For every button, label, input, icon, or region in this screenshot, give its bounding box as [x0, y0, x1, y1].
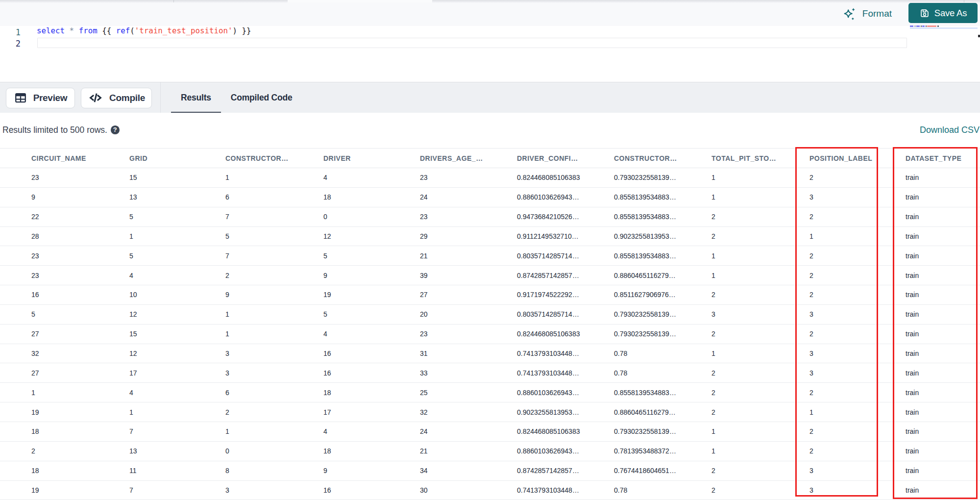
table-cell: 2 [225, 272, 323, 279]
table-cell: 1 [31, 389, 129, 397]
editor-toolbar: Format Save As [0, 2, 980, 26]
table-cell: 0.7930232558139… [614, 310, 711, 318]
table-cell: 2 [711, 408, 809, 416]
compile-button[interactable]: Compile [81, 88, 152, 108]
table-cell: 1 [711, 252, 809, 260]
table-cell: 0.7930232558139… [614, 427, 711, 435]
table-cell: 3 [225, 350, 323, 357]
table-cell: train [906, 350, 980, 357]
help-icon[interactable]: ? [111, 125, 120, 134]
table-cell: 1 [711, 350, 809, 357]
table-cell: 0.7930232558139… [614, 330, 711, 338]
table-cell: 0.8860103626943… [517, 193, 614, 201]
table-cell: 0.8860465116279… [614, 272, 711, 279]
column-header[interactable]: POSITION_LABEL [809, 154, 906, 162]
table-cell: 0.7413793103448… [517, 486, 614, 494]
table-body: 231514230.8244680851063830.7930232558139… [0, 168, 980, 500]
table-cell: 1 [225, 330, 323, 338]
table-cell: 0.9023255813953… [517, 408, 614, 416]
column-header[interactable]: CONSTRUCTOR… [614, 154, 711, 162]
column-header[interactable]: GRID [129, 154, 225, 162]
table-cell: 27 [31, 369, 129, 377]
table-cell: 17 [323, 408, 420, 416]
table-cell: 27 [420, 291, 517, 299]
table-cell: 5 [225, 232, 323, 240]
table-cell: 0.8558139534883… [614, 213, 711, 221]
table-cell: 15 [129, 330, 225, 338]
table-cell: 2 [711, 291, 809, 299]
table-row: 18714240.8244680851063830.7930232558139…… [0, 422, 980, 442]
table-cell: 9 [31, 193, 129, 201]
table-cell: 7 [225, 213, 323, 221]
table-cell: 3 [809, 350, 906, 357]
column-header[interactable]: DRIVER_CONFI… [517, 154, 614, 162]
table-cell: 2 [809, 389, 906, 397]
table-row: 22570230.9473684210526…0.8558139534883…2… [0, 207, 980, 227]
table-cell: 0.8558139534883… [614, 193, 711, 201]
table-cell: 16 [323, 369, 420, 377]
table-cell: 3 [711, 310, 809, 318]
table-cell: 3 [225, 486, 323, 494]
sparkles-icon [843, 6, 857, 22]
column-header[interactable]: DRIVERS_AGE_… [420, 154, 517, 162]
format-label: Format [862, 8, 892, 19]
table-cell: 15 [129, 174, 225, 181]
table-cell: 0.824468085106383 [517, 174, 614, 181]
table-row: 271514230.8244680851063830.7930232558139… [0, 325, 980, 344]
line-number: 2 [0, 38, 21, 50]
table-cell: 19 [31, 408, 129, 416]
table-cell: train [906, 408, 980, 416]
table-cell: train [906, 486, 980, 494]
results-info-bar: Results limited to 500 rows. ? Download … [0, 113, 980, 148]
format-button[interactable]: Format [843, 4, 892, 23]
table-cell: 0.8860103626943… [517, 447, 614, 455]
table-cell: 1 [711, 174, 809, 181]
table-cell: 0.9112149532710… [517, 232, 614, 240]
column-header[interactable]: CONSTRUCTOR… [225, 154, 323, 162]
table-cell: 2 [31, 447, 129, 455]
table-cell: 8 [225, 467, 323, 475]
line-number-gutter: 1 2 [0, 27, 21, 50]
table-cell: 0.8742857142857… [517, 272, 614, 279]
column-header[interactable]: CIRCUIT_NAME [31, 154, 129, 162]
table-cell: 2 [711, 467, 809, 475]
table-row: 1610919270.9171974522292…0.8511627906976… [0, 285, 980, 305]
table-cell: 2 [711, 330, 809, 338]
download-csv-link[interactable]: Download CSV [920, 125, 980, 135]
table-cell: 22 [31, 213, 129, 221]
table-cell: 29 [420, 232, 517, 240]
preview-button[interactable]: Preview [6, 88, 75, 108]
table-cell: 7 [129, 427, 225, 435]
table-row: 14618250.8860103626943…0.8558139534883…2… [0, 383, 980, 402]
table-cell: 3 [809, 310, 906, 318]
table-row: 191217320.9023255813953…0.8860465116279…… [0, 402, 980, 422]
table-cell: 0.9171974522292… [517, 291, 614, 299]
table-cell: 16 [323, 486, 420, 494]
results-limit-note: Results limited to 500 rows. [2, 125, 107, 135]
column-header[interactable]: TOTAL_PIT_STO… [711, 154, 809, 162]
column-header[interactable]: DRIVER [323, 154, 420, 162]
table-cell: 16 [31, 291, 129, 299]
column-header[interactable]: DATASET_TYPE [906, 154, 980, 162]
table-cell: 30 [420, 486, 517, 494]
table-cell: 3 [225, 369, 323, 377]
save-as-button[interactable]: Save As [908, 3, 978, 23]
table-icon [14, 91, 27, 104]
table-header-row: CIRCUIT_NAMEGRIDCONSTRUCTOR…DRIVERDRIVER… [0, 149, 980, 168]
table-cell: 3 [809, 467, 906, 475]
table-cell: 12 [323, 232, 420, 240]
table-cell: 6 [225, 389, 323, 397]
table-cell: 0.8742857142857… [517, 467, 614, 475]
table-cell: train [906, 389, 980, 397]
table-row: 213018210.8860103626943…0.7813953488372…… [0, 442, 980, 461]
tab-compiled-code[interactable]: Compiled Code [221, 82, 302, 113]
tab-results[interactable]: Results [171, 82, 221, 113]
results-tabs: Results Compiled Code [171, 82, 302, 113]
table-cell: train [906, 427, 980, 435]
table-cell: 1 [225, 310, 323, 318]
table-cell: 18 [31, 467, 129, 475]
table-cell: 2 [809, 330, 906, 338]
code-editor[interactable]: 1 2 select * from {{ ref('train_test_pos… [0, 26, 980, 82]
table-cell: 0.824468085106383 [517, 427, 614, 435]
code-icon [88, 92, 103, 104]
